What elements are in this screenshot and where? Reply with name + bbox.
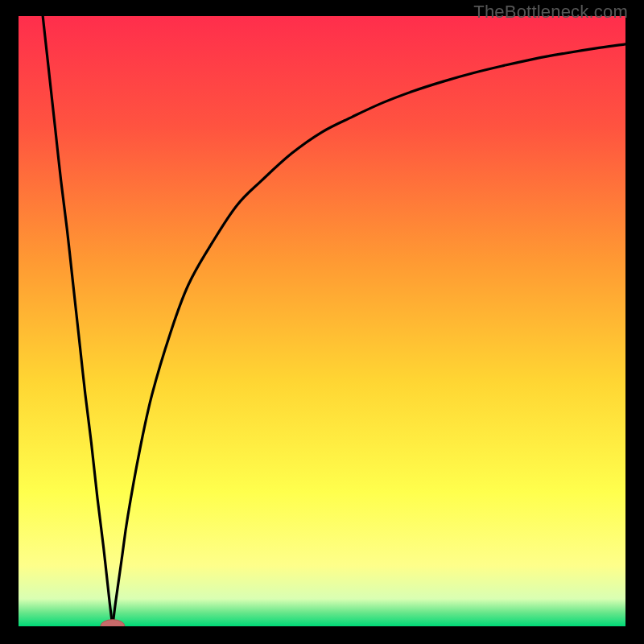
gradient-background [19,16,625,626]
chart-frame: TheBottleneck.com [0,0,644,644]
plot-area [19,16,625,626]
watermark-text: TheBottleneck.com [473,2,628,23]
chart-svg [19,16,625,626]
